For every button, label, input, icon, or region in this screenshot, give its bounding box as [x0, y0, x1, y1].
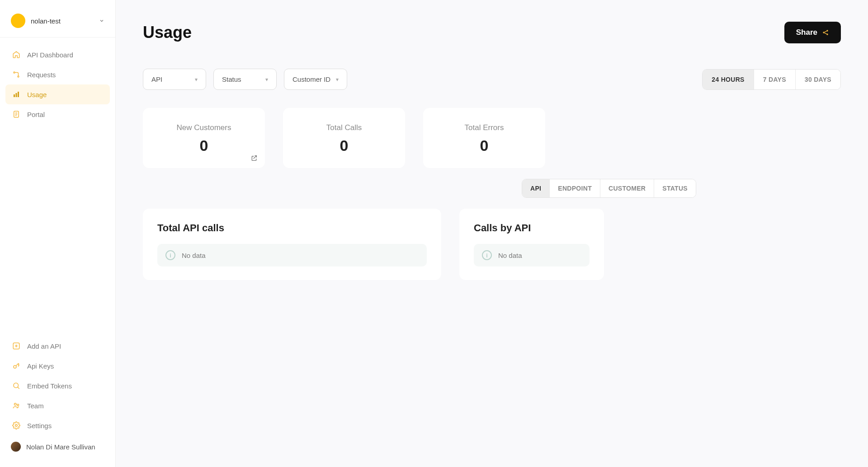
stat-card-new-customers: New Customers 0 [143, 108, 265, 168]
svg-rect-4 [18, 92, 19, 97]
workspace-name: nolan-test [31, 17, 94, 25]
group-tab-customer[interactable]: CUSTOMER [600, 179, 654, 197]
no-data-text: No data [498, 252, 522, 259]
home-icon [12, 50, 21, 59]
svg-point-17 [15, 425, 18, 427]
svg-rect-2 [14, 94, 15, 97]
group-tab-endpoint[interactable]: ENDPOINT [549, 179, 600, 197]
stat-label: Total Calls [292, 123, 396, 132]
stat-value: 0 [152, 137, 256, 154]
filter-customer-id[interactable]: Customer ID ▾ [284, 69, 347, 90]
search-icon [12, 381, 21, 390]
external-link-icon[interactable] [250, 154, 258, 162]
users-icon [12, 401, 21, 410]
no-data-text: No data [182, 252, 206, 259]
sidebar-item-label: Team [27, 402, 44, 410]
stat-value: 0 [432, 137, 536, 154]
route-icon [12, 70, 21, 79]
sidebar-item-label: Portal [27, 111, 45, 118]
sidebar-item-label: Settings [27, 422, 52, 430]
sidebar-item-label: Embed Tokens [27, 382, 72, 390]
workspace-avatar [11, 14, 25, 28]
no-data-banner: i No data [157, 244, 427, 266]
sidebar-item-api-dashboard[interactable]: API Dashboard [5, 45, 110, 65]
chart-title: Total API calls [157, 222, 427, 234]
stat-label: Total Errors [432, 123, 536, 132]
range-24-hours[interactable]: 24 HOURS [703, 70, 753, 89]
nav-primary: API Dashboard Requests Usage Portal [0, 45, 115, 124]
svg-point-16 [17, 404, 19, 406]
sidebar: nolan-test API Dashboard Requests [0, 0, 116, 467]
chart-total-api-calls: Total API calls i No data [143, 209, 441, 280]
filter-status[interactable]: Status ▾ [213, 69, 277, 90]
svg-point-15 [14, 403, 17, 406]
stat-cards: New Customers 0 Total Calls 0 Total Erro… [143, 108, 841, 168]
chevron-down-icon: ▾ [265, 76, 268, 83]
filter-api-label: API [151, 75, 162, 83]
share-icon [822, 29, 829, 36]
filter-api[interactable]: API ▾ [143, 69, 206, 90]
info-icon: i [165, 250, 175, 260]
sidebar-item-portal[interactable]: Portal [5, 104, 110, 124]
time-range-group: 24 HOURS 7 DAYS 30 DAYS [702, 69, 841, 90]
grouping-row: API ENDPOINT CUSTOMER STATUS [143, 179, 841, 198]
main-content: Usage Share API ▾ Status ▾ Customer ID ▾ [116, 0, 868, 467]
svg-line-22 [824, 33, 826, 34]
bar-chart-icon [12, 90, 21, 99]
nav-secondary: Add an API Api Keys Embed Tokens Team [0, 336, 115, 435]
sidebar-item-embed-tokens[interactable]: Embed Tokens [5, 376, 110, 396]
filter-customer-id-label: Customer ID [292, 75, 330, 83]
svg-point-12 [14, 365, 16, 368]
sidebar-spacer [0, 124, 115, 336]
chart-row: Total API calls i No data Calls by API i… [143, 209, 841, 280]
svg-line-21 [824, 31, 826, 33]
svg-rect-3 [16, 93, 17, 97]
chevron-down-icon: ▾ [195, 76, 198, 83]
chart-title: Calls by API [474, 222, 590, 234]
stat-card-total-errors: Total Errors 0 [423, 108, 545, 168]
range-7-days[interactable]: 7 DAYS [754, 70, 795, 89]
user-row[interactable]: Nolan Di Mare Sullivan [0, 435, 115, 458]
app-root: nolan-test API Dashboard Requests [0, 0, 868, 467]
document-icon [12, 110, 21, 119]
page-title: Usage [143, 23, 192, 42]
sidebar-item-usage[interactable]: Usage [5, 84, 110, 104]
info-icon: i [482, 250, 492, 260]
svg-point-1 [18, 76, 19, 77]
sidebar-item-label: Api Keys [27, 362, 54, 370]
sidebar-item-label: Add an API [27, 342, 61, 350]
svg-point-13 [14, 383, 19, 388]
share-button-label: Share [796, 28, 817, 37]
chevron-down-icon [99, 18, 104, 23]
header-row: Usage Share [143, 22, 841, 43]
group-tab-status[interactable]: STATUS [654, 179, 696, 197]
no-data-banner: i No data [474, 244, 590, 266]
stat-card-total-calls: Total Calls 0 [283, 108, 405, 168]
group-tab-api[interactable]: API [522, 179, 549, 197]
sidebar-item-settings[interactable]: Settings [5, 416, 110, 435]
sidebar-item-requests[interactable]: Requests [5, 65, 110, 84]
stat-value: 0 [292, 137, 396, 154]
share-button[interactable]: Share [784, 22, 841, 43]
gear-icon [12, 421, 21, 430]
key-icon [12, 361, 21, 370]
chart-calls-by-api: Calls by API i No data [459, 209, 604, 280]
filter-status-label: Status [222, 75, 241, 83]
group-tabs: API ENDPOINT CUSTOMER STATUS [522, 179, 696, 198]
stat-label: New Customers [152, 123, 256, 132]
sidebar-item-team[interactable]: Team [5, 396, 110, 416]
chevron-down-icon: ▾ [336, 76, 339, 83]
plus-square-icon [12, 341, 21, 350]
user-name: Nolan Di Mare Sullivan [26, 443, 95, 451]
sidebar-item-add-an-api[interactable]: Add an API [5, 336, 110, 356]
svg-point-0 [14, 72, 15, 73]
filters-row: API ▾ Status ▾ Customer ID ▾ 24 HOURS 7 … [143, 69, 841, 90]
sidebar-item-label: Requests [27, 71, 56, 79]
workspace-selector[interactable]: nolan-test [0, 9, 115, 37]
svg-line-14 [18, 387, 19, 389]
sidebar-item-api-keys[interactable]: Api Keys [5, 356, 110, 376]
user-avatar [11, 442, 21, 452]
sidebar-item-label: Usage [27, 91, 47, 98]
sidebar-item-label: API Dashboard [27, 51, 73, 59]
range-30-days[interactable]: 30 DAYS [795, 70, 840, 89]
